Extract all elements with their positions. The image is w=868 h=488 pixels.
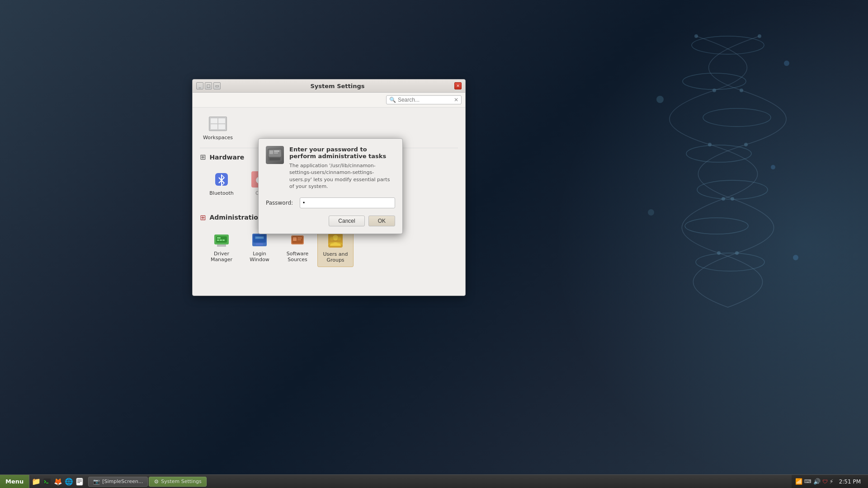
- window-close-controls: ✕: [454, 82, 462, 89]
- administration-section-icon: ⊞: [200, 213, 206, 222]
- hardware-section-title: Hardware: [209, 154, 244, 161]
- system-settings-taskbar-icon: ⚙: [154, 479, 159, 485]
- tray-icon-security[interactable]: 🛡: [822, 479, 828, 485]
- hardware-section-icon: ⊞: [200, 153, 206, 161]
- search-icon: 🔍: [389, 97, 396, 103]
- svg-rect-62: [76, 478, 83, 485]
- tray-icon-power[interactable]: ⚡: [830, 478, 834, 485]
- window-controls: _ □ ▭: [196, 82, 221, 89]
- settings-icon-bluetooth[interactable]: Bluetooth: [203, 167, 240, 206]
- window-restore-button[interactable]: ▭: [213, 82, 221, 89]
- svg-point-21: [793, 255, 798, 260]
- tray-icon-network[interactable]: 📶: [795, 478, 802, 485]
- taskbar-app-buttons: 📷 [SimpleScreen... ⚙ System Settings: [86, 477, 791, 487]
- window-close-button[interactable]: ✕: [454, 82, 462, 89]
- svg-rect-56: [269, 150, 273, 154]
- svg-point-11: [708, 143, 712, 146]
- window-minimize-button[interactable]: _: [196, 82, 203, 89]
- window-toolbar: 🔍 ✕: [193, 93, 465, 108]
- system-settings-window: _ □ ▭ System Settings ✕ 🔍 ✕: [192, 79, 466, 296]
- svg-point-52: [330, 237, 334, 240]
- svg-rect-47: [293, 237, 297, 241]
- svg-point-7: [694, 34, 698, 38]
- taskbar-icon-chrome[interactable]: 🌐: [64, 477, 74, 487]
- desktop: _ □ ▭ System Settings ✕ 🔍 ✕: [0, 0, 868, 488]
- svg-rect-37: [222, 239, 225, 241]
- svg-point-2: [703, 108, 771, 127]
- window-maximize-button[interactable]: □: [205, 82, 212, 89]
- svg-rect-35: [217, 239, 219, 241]
- simplescreen-icon: 📷: [93, 479, 100, 485]
- svg-point-15: [717, 251, 721, 255]
- settings-icon-workspaces[interactable]: Workspaces: [200, 111, 236, 144]
- driver-manager-label: Driver Manager: [207, 251, 236, 263]
- system-settings-taskbar-label: System Settings: [161, 479, 202, 484]
- window-titlebar: _ □ ▭ System Settings ✕: [193, 80, 465, 93]
- svg-point-12: [744, 143, 748, 146]
- tray-icon-volume[interactable]: 🔊: [813, 478, 821, 485]
- bluetooth-icon-img: [212, 170, 231, 188]
- svg-rect-57: [274, 150, 279, 152]
- svg-point-19: [771, 165, 775, 169]
- dna-helix-decoration: [570, 9, 841, 316]
- svg-rect-34: [217, 237, 221, 239]
- svg-point-16: [735, 251, 739, 255]
- ok-button[interactable]: OK: [368, 216, 395, 226]
- password-field-row: Password:: [266, 197, 395, 208]
- svg-point-1: [683, 73, 746, 89]
- svg-rect-59: [269, 158, 280, 160]
- taskbar-quick-launch: 📁 🦊 🌐: [29, 477, 86, 487]
- settings-icon-driver-manager[interactable]: Driver Manager: [203, 227, 240, 267]
- window-title: System Settings: [221, 83, 454, 89]
- simplescreen-label: [SimpleScreen...: [102, 479, 143, 484]
- cancel-button[interactable]: Cancel: [329, 216, 364, 226]
- taskbar-systray: 📶 ⌨ 🔊 🛡 ⚡ 2:51 PM: [792, 475, 868, 488]
- svg-point-53: [337, 237, 341, 240]
- svg-point-10: [740, 89, 743, 92]
- software-sources-label: Software Sources: [283, 251, 312, 263]
- svg-point-14: [731, 197, 734, 201]
- bluetooth-label: Bluetooth: [209, 190, 233, 196]
- taskbar-menu-button[interactable]: Menu: [0, 475, 29, 488]
- password-dialog: Enter your password to perform administr…: [258, 138, 403, 234]
- taskbar-app-simplescreen[interactable]: 📷 [SimpleScreen...: [88, 477, 148, 487]
- driver-manager-icon-img: [212, 231, 231, 249]
- search-clear-icon[interactable]: ✕: [454, 97, 458, 103]
- workspaces-icon-img: [209, 115, 227, 133]
- svg-point-8: [758, 34, 761, 38]
- administration-section-title: Administration: [209, 214, 262, 221]
- svg-rect-48: [297, 237, 302, 239]
- search-box: 🔍 ✕: [386, 95, 462, 104]
- taskbar-icon-terminal[interactable]: [42, 477, 52, 487]
- workspaces-label: Workspaces: [203, 135, 233, 141]
- svg-point-4: [697, 180, 768, 199]
- svg-point-0: [692, 36, 764, 54]
- svg-point-9: [712, 89, 716, 92]
- taskbar-clock: 2:51 PM: [835, 479, 864, 485]
- svg-point-17: [784, 61, 789, 66]
- password-input[interactable]: [300, 197, 395, 208]
- users-groups-label: Users and Groups: [321, 251, 349, 263]
- dialog-title: Enter your password to perform administr…: [289, 146, 395, 160]
- dialog-buttons: Cancel OK: [266, 216, 395, 226]
- dialog-header: Enter your password to perform administr…: [266, 146, 395, 190]
- svg-point-51: [333, 235, 338, 240]
- dialog-app-icon: [266, 146, 284, 164]
- svg-point-20: [648, 209, 654, 216]
- login-window-label: Login Window: [245, 251, 274, 263]
- svg-point-5: [685, 218, 748, 234]
- taskbar-icon-browser[interactable]: 🦊: [53, 477, 63, 487]
- search-input[interactable]: [398, 97, 452, 103]
- svg-point-18: [656, 96, 664, 103]
- svg-point-13: [722, 197, 725, 201]
- tray-icon-keyboard[interactable]: ⌨: [804, 479, 811, 484]
- taskbar-app-system-settings[interactable]: ⚙ System Settings: [149, 477, 206, 487]
- svg-rect-58: [274, 152, 278, 154]
- users-groups-icon-img: [326, 231, 344, 249]
- password-label: Password:: [266, 200, 300, 206]
- dialog-description: The application '/usr/lib/cinnamon-setti…: [289, 162, 395, 190]
- taskbar-icon-editor[interactable]: [75, 477, 85, 487]
- svg-rect-36: [220, 239, 222, 241]
- taskbar-icon-files[interactable]: 📁: [31, 477, 41, 487]
- svg-rect-39: [217, 244, 226, 247]
